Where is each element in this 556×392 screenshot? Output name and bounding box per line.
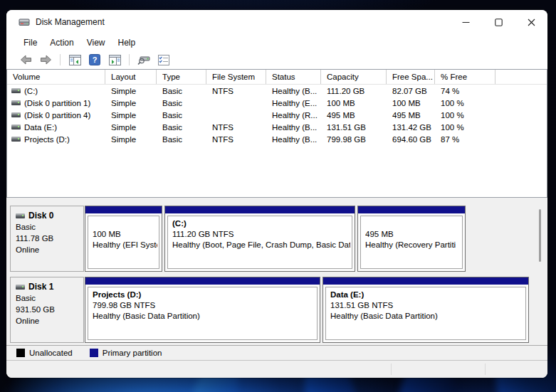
cell-status: Healthy (E...: [266, 99, 321, 107]
partition-body: Projects (D:)799.98 GB NTFSHealthy (Basi…: [88, 287, 318, 340]
disk-kind: Basic: [16, 221, 83, 233]
volume-drive-icon: [11, 112, 21, 117]
cell-type: Basic: [157, 135, 206, 144]
column-header-filler: [495, 70, 547, 84]
disk-kind: Basic: [16, 292, 83, 304]
disk-row-0: Disk 0Basic111.78 GBOnline100 MBHealthy …: [10, 206, 547, 272]
menu-item-action[interactable]: Action: [43, 36, 80, 49]
volume-drive-icon: [11, 100, 21, 105]
partition-color-band: [165, 206, 355, 213]
menu-item-view[interactable]: View: [80, 36, 112, 49]
partition[interactable]: Projects (D:)799.98 GB NTFSHealthy (Basi…: [85, 277, 320, 343]
status-bar: [6, 360, 547, 378]
cell-file-system: NTFS: [206, 135, 266, 144]
forward-icon[interactable]: [38, 53, 53, 67]
disk-name: Disk 0: [16, 210, 83, 221]
volume-name-cell: (C:): [7, 87, 105, 95]
cell-layout: Simple: [105, 99, 157, 107]
maximize-icon[interactable]: [482, 10, 515, 34]
disk-list-icon[interactable]: [156, 53, 172, 67]
partition-size: 495 MB: [365, 229, 461, 240]
volume-name-cell: Projects (D:): [7, 135, 105, 144]
disk-label-0[interactable]: Disk 0Basic111.78 GBOnline: [10, 206, 84, 272]
cell-status: Healthy (B...: [266, 87, 321, 95]
legend-label: Unallocated: [29, 349, 73, 357]
disk-graph-pane: Disk 0Basic111.78 GBOnline100 MBHealthy …: [6, 201, 547, 345]
column-header-free[interactable]: % Free: [435, 70, 495, 84]
title-bar[interactable]: Disk Management: [6, 10, 547, 34]
partition[interactable]: 495 MBHealthy (Recovery Partiti: [357, 206, 466, 272]
column-header-status[interactable]: Status: [266, 70, 321, 84]
disk-name-label: Disk 0: [28, 210, 53, 221]
partition-name: Data (E:): [330, 290, 524, 300]
statusbar-separator: [391, 364, 392, 375]
partition[interactable]: Data (E:)131.51 GB NTFSHealthy (Basic Da…: [322, 277, 529, 343]
show-action-pane-icon[interactable]: [107, 53, 122, 67]
partition[interactable]: 100 MBHealthy (EFI Syste: [85, 206, 162, 272]
legend-swatch: [90, 349, 98, 357]
volume-row[interactable]: (Disk 0 partition 4)SimpleBasicHealthy (…: [7, 109, 547, 121]
partition-body: Data (E:)131.51 GB NTFSHealthy (Basic Da…: [325, 287, 526, 340]
help-icon[interactable]: ?: [87, 53, 103, 67]
partition-size: 799.98 GB NTFS: [93, 300, 315, 311]
column-header-volume[interactable]: Volume: [7, 70, 105, 84]
disk-size: 931.50 GB: [16, 304, 83, 315]
column-header-type[interactable]: Type: [157, 70, 206, 84]
volume-drive-icon: [11, 137, 21, 142]
menu-item-help[interactable]: Help: [112, 36, 142, 49]
cell-free-space: 495 MB: [387, 111, 435, 120]
cell-capacity: 111.20 GB: [321, 87, 387, 95]
disk-label-1[interactable]: Disk 1Basic931.50 GBOnline: [10, 277, 84, 343]
legend-item: Unallocated: [16, 349, 73, 357]
cell-type: Basic: [157, 123, 206, 132]
partition-color-band: [85, 206, 162, 213]
partition[interactable]: (C:)111.20 GB NTFSHealthy (Boot, Page Fi…: [164, 206, 355, 272]
partition-size: 100 MB: [93, 229, 157, 240]
volume-row[interactable]: (C:)SimpleBasicNTFSHealthy (B...111.20 G…: [7, 85, 547, 97]
desktop-wallpaper: Disk Management FileActionViewHelp: [0, 0, 556, 392]
vertical-scrollbar[interactable]: [539, 209, 541, 262]
volume-list-header: VolumeLayoutTypeFile SystemStatusCapacit…: [7, 70, 547, 85]
menu-bar: FileActionViewHelp: [6, 34, 547, 51]
cell-type: Basic: [157, 87, 206, 95]
show-console-tree-icon[interactable]: [67, 53, 83, 67]
cell-free-space: 131.42 GB: [387, 123, 435, 132]
volume-row[interactable]: Projects (D:)SimpleBasicNTFSHealthy (B..…: [7, 133, 547, 145]
refresh-disks-icon[interactable]: [136, 53, 152, 67]
menu-item-file[interactable]: File: [17, 36, 43, 49]
volume-name-label: (C:): [24, 87, 38, 95]
volume-list-body: (C:)SimpleBasicNTFSHealthy (B...111.20 G…: [7, 85, 547, 145]
legend-swatch: [16, 349, 25, 357]
volume-name-cell: (Disk 0 partition 1): [7, 99, 105, 107]
cell-pct-free: 74 %: [435, 87, 495, 95]
toolbar-separator: [60, 54, 61, 65]
back-icon[interactable]: [18, 53, 33, 67]
toolbar-separator: [129, 54, 130, 65]
volume-drive-icon: [11, 88, 21, 93]
volume-drive-icon: [11, 125, 21, 129]
volume-row[interactable]: (Disk 0 partition 1)SimpleBasicHealthy (…: [7, 97, 547, 109]
cell-pct-free: 100 %: [435, 123, 495, 132]
column-header-free-spa[interactable]: Free Spa...: [387, 70, 435, 84]
column-header-capacity[interactable]: Capacity: [321, 70, 387, 84]
disk-status: Online: [16, 244, 83, 255]
partition-status: Healthy (Recovery Partiti: [365, 240, 461, 250]
volume-name-cell: Data (E:): [7, 123, 105, 132]
column-header-layout[interactable]: Layout: [105, 70, 157, 84]
cell-capacity: 495 MB: [321, 111, 387, 120]
disk-management-window: Disk Management FileActionViewHelp: [6, 10, 547, 378]
close-icon[interactable]: [515, 10, 547, 34]
volume-name-label: (Disk 0 partition 1): [24, 99, 90, 107]
cell-free-space: 82.07 GB: [387, 87, 435, 95]
volume-list-panel: VolumeLayoutTypeFile SystemStatusCapacit…: [6, 69, 547, 198]
partition-name: [365, 218, 461, 229]
partition-body: 100 MBHealthy (EFI Syste: [88, 216, 159, 269]
volume-name-label: Projects (D:): [24, 135, 70, 144]
volume-name-cell: (Disk 0 partition 4): [7, 111, 105, 120]
disk-name-label: Disk 1: [28, 281, 53, 292]
cell-layout: Simple: [105, 123, 157, 132]
partition-status: Healthy (EFI Syste: [93, 240, 157, 250]
volume-row[interactable]: Data (E:)SimpleBasicNTFSHealthy (B...131…: [7, 121, 547, 133]
minimize-icon[interactable]: [449, 10, 482, 34]
column-header-file-system[interactable]: File System: [206, 70, 266, 84]
